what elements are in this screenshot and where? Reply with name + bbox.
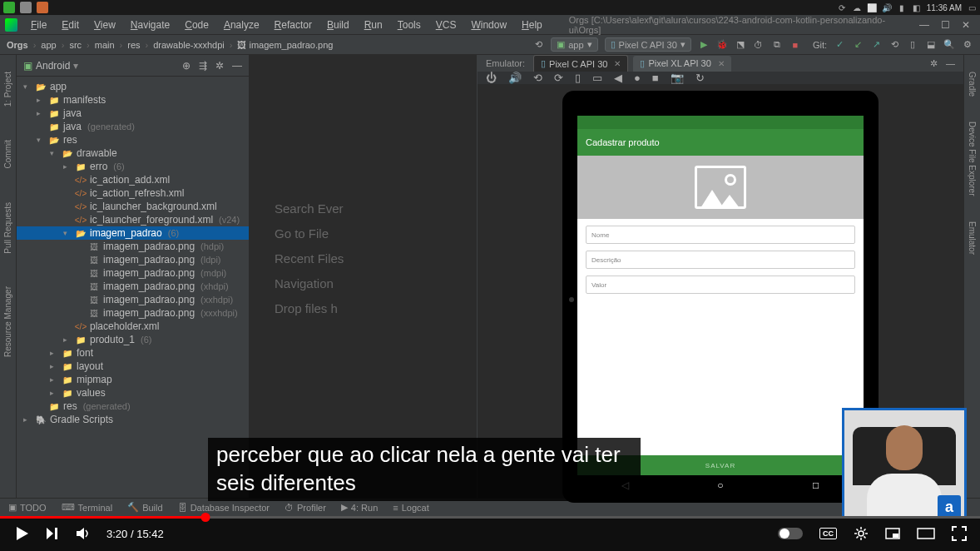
close-icon[interactable]: ✕ <box>718 59 725 68</box>
tree-row[interactable]: 📁res(generated) <box>17 400 249 413</box>
tree-arrow-icon[interactable]: ▸ <box>50 362 58 370</box>
tray-notifications-icon[interactable]: ▭ <box>967 2 977 12</box>
emulator-tab[interactable]: ▯Pixel XL API 30✕ <box>633 56 730 72</box>
tree-row[interactable]: ▸📁erro(6) <box>17 160 249 173</box>
tool-tab-pull-requests[interactable]: Pull Requests <box>3 202 12 254</box>
image-placeholder-zone[interactable] <box>577 156 864 219</box>
tree-arrow-icon[interactable]: ▸ <box>50 389 58 397</box>
back-icon[interactable]: ◀ <box>614 72 622 84</box>
tool-tab-terminal[interactable]: ⌨ Terminal <box>62 502 113 513</box>
sdk-manager-icon[interactable]: ⬓ <box>925 39 937 51</box>
tool-tab-emulator[interactable]: Emulator <box>968 221 977 255</box>
hide-emulator-icon[interactable]: — <box>946 58 955 69</box>
tree-arrow-icon[interactable]: ▸ <box>50 375 58 384</box>
git-history-icon[interactable]: ⟲ <box>888 39 900 51</box>
device-landscape-icon[interactable]: ▭ <box>592 72 602 84</box>
tool-tab-project[interactable]: 1: Project <box>3 72 12 107</box>
crumb-leaf[interactable]: imagem_padrao.png <box>249 40 333 50</box>
git-push-icon[interactable]: ↗ <box>870 39 882 51</box>
hide-panel-icon[interactable]: — <box>232 60 242 72</box>
menu-help[interactable]: Help <box>515 17 549 32</box>
device-portrait-icon[interactable]: ▯ <box>575 72 581 84</box>
tree-arrow-icon[interactable]: ▾ <box>63 229 72 237</box>
theater-mode-icon[interactable] <box>917 528 935 539</box>
tree-row[interactable]: ▸🐘Gradle Scripts <box>17 413 249 426</box>
tray-icon[interactable]: ⟳ <box>837 2 847 12</box>
video-progress-bar[interactable] <box>0 516 980 519</box>
tool-tab-database[interactable]: 🗄 Database Inspector <box>178 503 270 513</box>
menu-window[interactable]: Window <box>464 17 513 32</box>
tray-volume-icon[interactable]: 🔊 <box>882 2 892 12</box>
tree-row[interactable]: 🖼imagem_padrao.png(mdpi) <box>17 266 249 280</box>
tree-row[interactable]: </>ic_action_refresh.xml <box>17 186 249 200</box>
tree-row[interactable]: 🖼imagem_padrao.png(xhdpi) <box>17 280 249 293</box>
os-start-icon[interactable] <box>3 2 15 13</box>
attach-debugger-icon[interactable]: ⧉ <box>771 39 783 51</box>
nav-home-icon[interactable]: ○ <box>715 480 725 490</box>
tree-arrow-icon[interactable]: ▸ <box>37 109 45 117</box>
tree-arrow-icon[interactable]: ▸ <box>63 335 72 344</box>
tree-row[interactable]: ▾📂imagem_padrao(6) <box>17 226 249 240</box>
tree-arrow-icon[interactable]: ▾ <box>50 149 58 157</box>
tree-arrow-icon[interactable]: ▸ <box>50 349 58 357</box>
run-config-module[interactable]: ▣app▾ <box>551 37 597 52</box>
tray-discord-icon[interactable]: ☁ <box>852 2 862 12</box>
tree-row[interactable]: ▸📁mipmap <box>17 373 249 386</box>
tool-tab-profiler[interactable]: ⏱ Profiler <box>285 503 326 513</box>
run-config-device[interactable]: ▯Pixel C API 30▾ <box>605 37 691 52</box>
crumb-item[interactable]: res <box>127 40 140 50</box>
tree-row[interactable]: ▸📁java <box>17 107 249 120</box>
debug-button-icon[interactable]: 🐞 <box>716 39 728 51</box>
input-valor[interactable]: Valor <box>586 276 855 294</box>
tray-battery-icon[interactable]: ▮ <box>897 2 907 12</box>
screenshot-icon[interactable]: 📷 <box>671 72 684 84</box>
menu-code[interactable]: Code <box>178 17 215 32</box>
volume-icon[interactable] <box>75 525 92 542</box>
device-screen[interactable]: Cadastrar produto Nome Descrição Valor S… <box>577 116 864 475</box>
tree-row[interactable]: 📁java(generated) <box>17 120 249 133</box>
tree-row[interactable]: ▸📁layout <box>17 360 249 373</box>
coverage-icon[interactable]: ⬔ <box>735 39 746 51</box>
crumb-item[interactable]: app <box>41 40 56 50</box>
overview-icon[interactable]: ■ <box>652 72 659 84</box>
tree-row[interactable]: ▸📁values <box>17 386 249 400</box>
tree-row[interactable]: </>ic_launcher_background.xml <box>17 200 249 213</box>
project-tree[interactable]: ▾📂app▸📁manifests▸📁java📁java(generated)▾📂… <box>17 77 249 498</box>
tree-row[interactable]: </>placeholder.xml <box>17 320 249 333</box>
more-icon[interactable]: ↻ <box>695 72 705 84</box>
tree-arrow-icon[interactable]: ▾ <box>37 136 45 144</box>
settings-gear-icon[interactable] <box>854 526 869 541</box>
git-update-icon[interactable]: ✓ <box>834 39 845 51</box>
tree-row[interactable]: 🖼imagem_padrao.png(xxhdpi) <box>17 293 249 306</box>
stop-icon[interactable]: ■ <box>789 39 801 51</box>
tree-row[interactable]: </>ic_action_add.xml <box>17 173 249 186</box>
tree-row[interactable]: 🖼imagem_padrao.png(ldpi) <box>17 253 249 266</box>
crumb-root[interactable]: Orgs <box>7 40 28 50</box>
target-icon[interactable]: ⊕ <box>182 60 191 72</box>
tree-row[interactable]: 🖼imagem_padrao.png(hdpi) <box>17 240 249 253</box>
breadcrumb[interactable]: Orgs› app› src› main› res› drawable-xxxh… <box>7 40 333 50</box>
tree-row[interactable]: ▾📂drawable <box>17 146 249 160</box>
rotate-right-icon[interactable]: ⟳ <box>554 72 563 84</box>
menu-file[interactable]: File <box>24 17 53 32</box>
tree-row[interactable]: 🖼imagem_padrao.png(xxxhdpi) <box>17 306 249 320</box>
menu-analyze[interactable]: Analyze <box>217 17 266 32</box>
tool-tab-resource-manager[interactable]: Resource Manager <box>3 286 12 357</box>
tray-network-icon[interactable]: ◧ <box>912 2 922 12</box>
tool-tab-run[interactable]: ▶ 4: Run <box>341 502 378 513</box>
nav-overview-icon[interactable]: □ <box>811 480 821 490</box>
menu-view[interactable]: View <box>87 17 122 32</box>
tree-row[interactable]: ▸📁font <box>17 346 249 360</box>
tool-tab-commit[interactable]: Commit <box>3 140 12 168</box>
window-minimize-icon[interactable]: — <box>919 19 929 31</box>
tree-row[interactable]: ▸📁produto_1(6) <box>17 333 249 346</box>
menu-tools[interactable]: Tools <box>391 17 428 32</box>
menu-refactor[interactable]: Refactor <box>268 17 319 32</box>
gear-icon[interactable]: ✲ <box>215 60 224 72</box>
fullscreen-icon[interactable] <box>952 526 967 541</box>
tool-tab-build[interactable]: 🔨 Build <box>127 502 162 513</box>
search-everywhere-icon[interactable]: 🔍 <box>943 39 955 51</box>
window-maximize-icon[interactable]: ☐ <box>941 19 950 31</box>
close-icon[interactable]: ✕ <box>614 59 621 68</box>
menu-build[interactable]: Build <box>320 17 356 32</box>
